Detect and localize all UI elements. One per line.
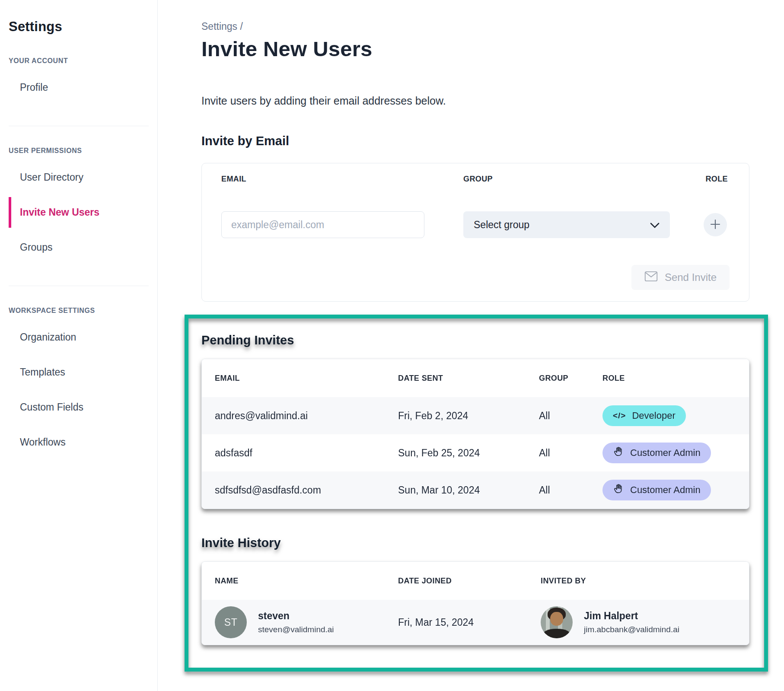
code-icon: </> xyxy=(613,411,626,420)
sidebar-item-label: User Directory xyxy=(20,172,83,183)
sidebar-title: Settings xyxy=(9,19,157,35)
avatar: ST xyxy=(215,606,247,638)
sidebar-item-profile[interactable]: Profile xyxy=(9,70,157,105)
cell-date-joined: Fri, Mar 15, 2024 xyxy=(398,617,541,628)
column-header-role: ROLE xyxy=(602,374,749,383)
group-field-label: GROUP xyxy=(463,175,670,184)
column-header-group: GROUP xyxy=(539,374,602,383)
sidebar-item-label: Invite New Users xyxy=(20,207,99,218)
group-select-value: Select group xyxy=(474,219,529,231)
invite-history-heading: Invite History xyxy=(201,536,751,550)
invite-by-email-heading: Invite by Email xyxy=(201,134,784,148)
sidebar-item-label: Profile xyxy=(20,82,48,93)
user-name: steven xyxy=(258,610,334,622)
envelope-icon xyxy=(644,271,658,284)
highlight-annotation-box: Pending Invites EMAIL DATE SENT GROUP RO… xyxy=(185,315,768,672)
sidebar-item-organization[interactable]: Organization xyxy=(9,320,157,355)
avatar-shirt xyxy=(542,629,570,638)
group-select[interactable]: Select group xyxy=(463,211,670,238)
main-content: Settings / Invite New Users Invite users… xyxy=(158,0,784,672)
sidebar-item-label: Workflows xyxy=(20,436,66,448)
pending-invites-table: EMAIL DATE SENT GROUP ROLE andres@validm… xyxy=(201,359,749,509)
pending-invites-heading: Pending Invites xyxy=(201,333,751,347)
plus-icon xyxy=(709,218,722,232)
page-title: Invite New Users xyxy=(201,37,784,61)
sidebar-item-templates[interactable]: Templates xyxy=(9,355,157,390)
role-badge-customer-admin: Customer Admin xyxy=(602,443,711,463)
cell-group: All xyxy=(539,447,602,459)
page-description: Invite users by adding their email addre… xyxy=(201,95,784,107)
inviter-email: jim.abcbank@validmind.ai xyxy=(584,625,679,634)
cell-date-sent: Fri, Feb 2, 2024 xyxy=(398,410,539,422)
send-invite-button[interactable]: Send Invite xyxy=(631,265,730,290)
email-field-label: EMAIL xyxy=(221,175,463,184)
inviter-name: Jim Halpert xyxy=(584,610,679,622)
hand-icon xyxy=(613,446,624,460)
send-invite-label: Send Invite xyxy=(665,271,717,283)
role-badge-developer: </> Developer xyxy=(602,405,686,426)
section-label-user-permissions: USER PERMISSIONS xyxy=(9,147,157,155)
invite-form-card: EMAIL GROUP ROLE Select group xyxy=(201,163,749,302)
settings-sidebar: Settings YOUR ACCOUNT Profile USER PERMI… xyxy=(0,0,158,691)
breadcrumb-settings-link[interactable]: Settings xyxy=(201,21,237,32)
cell-date-sent: Sun, Feb 25, 2024 xyxy=(398,447,539,459)
table-row: adsfasdf Sun, Feb 25, 2024 All Customer … xyxy=(202,434,749,471)
column-header-name: NAME xyxy=(215,576,398,586)
column-header-date-joined: DATE JOINED xyxy=(398,576,541,586)
table-row: sdfsdfsd@asdfasfd.com Sun, Mar 10, 2024 … xyxy=(202,471,749,509)
column-header-email: EMAIL xyxy=(215,374,398,383)
email-input[interactable] xyxy=(221,211,424,238)
section-label-your-account: YOUR ACCOUNT xyxy=(9,57,157,65)
sidebar-item-custom-fields[interactable]: Custom Fields xyxy=(9,390,157,425)
sidebar-item-label: Groups xyxy=(20,242,52,253)
user-email: steven@validmind.ai xyxy=(258,625,334,634)
sidebar-item-groups[interactable]: Groups xyxy=(9,230,157,265)
sidebar-item-invite-new-users[interactable]: Invite New Users xyxy=(9,195,157,230)
sidebar-divider xyxy=(9,286,149,286)
avatar-face xyxy=(550,612,563,626)
settings-page: Settings YOUR ACCOUNT Profile USER PERMI… xyxy=(0,0,784,691)
role-badge-label: Developer xyxy=(632,410,675,421)
sidebar-item-label: Organization xyxy=(20,331,76,343)
cell-group: All xyxy=(539,484,602,496)
invite-history-table: NAME DATE JOINED INVITED BY ST steven st… xyxy=(201,561,749,645)
sidebar-divider xyxy=(9,126,149,126)
sidebar-item-label: Custom Fields xyxy=(20,401,83,413)
role-badge-label: Customer Admin xyxy=(630,447,701,459)
role-badge-customer-admin: Customer Admin xyxy=(602,480,711,500)
breadcrumb: Settings / xyxy=(201,21,784,32)
inviter-avatar-photo xyxy=(541,606,573,638)
sidebar-item-label: Templates xyxy=(20,366,65,378)
column-header-invited-by: INVITED BY xyxy=(541,576,749,586)
table-row: ST steven steven@validmind.ai Fri, Mar 1… xyxy=(202,600,749,645)
sidebar-item-workflows[interactable]: Workflows xyxy=(9,425,157,460)
add-invite-row-button[interactable] xyxy=(704,213,727,236)
breadcrumb-separator: / xyxy=(240,21,243,32)
cell-email: andres@validmind.ai xyxy=(215,410,398,422)
table-row: andres@validmind.ai Fri, Feb 2, 2024 All… xyxy=(202,397,749,434)
column-header-date-sent: DATE SENT xyxy=(398,374,539,383)
cell-date-sent: Sun, Mar 10, 2024 xyxy=(398,484,539,496)
cell-group: All xyxy=(539,410,602,422)
chevron-down-icon xyxy=(650,219,660,231)
sidebar-item-user-directory[interactable]: User Directory xyxy=(9,160,157,195)
cell-email: adsfasdf xyxy=(215,447,398,459)
cell-email: sdfsdfsd@asdfasfd.com xyxy=(215,484,398,496)
section-label-workspace-settings: WORKSPACE SETTINGS xyxy=(9,307,157,315)
role-badge-label: Customer Admin xyxy=(630,484,701,496)
pending-invites-header-row: EMAIL DATE SENT GROUP ROLE xyxy=(202,359,749,397)
invite-history-header-row: NAME DATE JOINED INVITED BY xyxy=(202,562,749,600)
pending-invites-body: andres@validmind.ai Fri, Feb 2, 2024 All… xyxy=(202,397,749,509)
hand-icon xyxy=(613,483,624,497)
role-field-label: ROLE xyxy=(670,175,730,184)
